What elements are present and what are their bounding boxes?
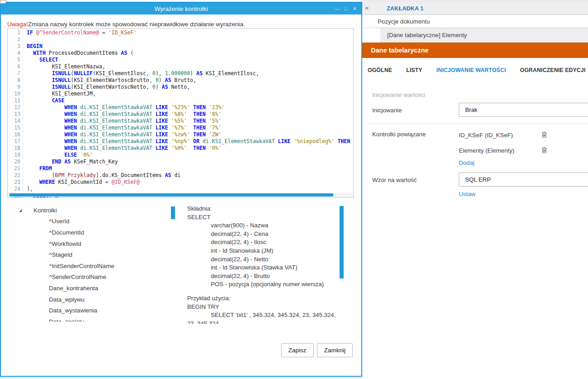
trash-icon[interactable] <box>541 131 547 138</box>
syntax-help: Składnia:SELECTvarchar(900) - Nazwadecim… <box>187 205 340 324</box>
syntax-line: Przykład użycia: <box>187 294 340 303</box>
linked-control-row: Elementy (Elementy) <box>459 146 554 154</box>
code-text <box>23 36 27 43</box>
background-window-corner <box>0 0 6 4</box>
example-block: Przykład użycia: BEGIN TRYSELECT 'txt1' … <box>187 294 340 324</box>
group-label-inicjowanie-wartosci: Inicjowanie wartości <box>372 91 425 98</box>
code-line: 3BEGIN <box>8 43 353 50</box>
syntax-line: decimal(22, 4) - Cena <box>187 230 340 239</box>
dialog-title: Wyrażenie kontrolki <box>155 5 208 12</box>
close-icon[interactable]: ✕ <box>353 6 357 11</box>
code-text: WHEN di.KSI_ElementStawkaVAT LIKE '%5%' … <box>23 118 221 125</box>
tab-header-row: « ZAKŁADKA 1 <box>362 2 588 15</box>
code-text: WHEN di.KSI_ElementStawkaVAT LIKE '%23%'… <box>23 104 224 111</box>
code-text: WHEN di.KSI_ElementStawkaVAT LIKE '%7%' … <box>23 125 221 131</box>
tree-item[interactable]: Data_wystawienia <box>7 305 170 316</box>
line-number: 2 <box>8 36 23 43</box>
line-number: 17 <box>8 138 23 145</box>
linked-control-label: ID_KSeF (ID_KSeF) <box>459 132 554 139</box>
line-number: 18 <box>8 145 23 152</box>
line-number: 11 <box>8 97 23 104</box>
tree-item[interactable]: ^DocumentId <box>7 227 170 238</box>
controls-tree: ◢Kontrolki^UserId^DocumentId^WorkflowId^… <box>7 205 170 321</box>
save-button[interactable]: Zapisz <box>281 343 314 357</box>
tree-root[interactable]: ◢Kontrolki <box>7 205 170 216</box>
section-header-dane-tabelaryczne: Dane tabelaryczne <box>362 43 588 58</box>
tab-ograniczenie-edycji[interactable]: OGRANICZENIE EDYCJI <box>520 67 586 73</box>
syntax-line: BEGIN TRY <box>187 303 340 312</box>
syntax-line: SELECT <box>187 213 340 222</box>
tree-item[interactable]: ^UserId <box>7 216 170 227</box>
ustaw-link[interactable]: Ustaw <box>459 191 476 197</box>
nav-row-label: Pozycje dokumentu <box>378 18 430 25</box>
syntax-scrollbar-thumb[interactable] <box>340 206 344 278</box>
code-line: 10 KSI_ElementJM, <box>8 91 353 97</box>
code-line: 5 SELECT <box>8 57 353 63</box>
inicjowanie-value: Brak <box>465 106 477 113</box>
selected-control-row[interactable]: [Dane tabelaryczne] Elementy <box>362 28 588 43</box>
horizontal-scrollbar-thumb[interactable] <box>10 193 333 197</box>
line-number: 15 <box>8 125 23 131</box>
tree-item[interactable]: ^SenderControlName <box>7 272 170 283</box>
horizontal-scrollbar[interactable] <box>8 193 353 197</box>
wzor-na-wartosc-input[interactable]: SQL ERP <box>459 173 588 187</box>
field-label-wzor-na-wartosc: Wzór na wartość <box>372 177 417 183</box>
collapse-panel-icon[interactable]: « <box>365 4 369 11</box>
line-number: 3 <box>8 43 23 50</box>
tree-item[interactable]: ^WorkflowId <box>7 238 170 249</box>
syntax-line: 23, 345.324 <box>187 320 340 324</box>
section-header-label: Dane tabelaryczne <box>371 47 428 54</box>
code-line: 15 WHEN di.KSI_ElementStawkaVAT LIKE '%7… <box>8 125 353 131</box>
tab-og-lne[interactable]: OGÓLNE <box>368 67 392 73</box>
tree-item[interactable]: ^StageId <box>7 249 170 260</box>
wzor-na-wartosc-value: SQL ERP <box>465 176 491 183</box>
linked-control-label: Elementy (Elementy) <box>459 147 554 154</box>
selected-control-label: [Dane tabelaryczne] Elementy <box>387 32 467 38</box>
expander-icon[interactable]: ◢ <box>19 208 25 212</box>
code-line: 2 <box>8 36 353 43</box>
line-number: 13 <box>8 111 23 118</box>
taskbar-strip <box>0 377 362 379</box>
code-line: 8 ISNULL(KSI_ElementWartoscBrutto, 0) AS… <box>8 77 353 84</box>
code-line: 18 WHEN di.KSI_ElementStawkaVAT LIKE '%0… <box>8 145 353 152</box>
line-number: 9 <box>8 84 23 91</box>
warning-message: Uwaga!Zmiana nazwy kontrolek może spowod… <box>7 21 245 28</box>
sql-expression-editor[interactable]: 1IF @^SenderControlName@ = 'ID_KSeF'23BE… <box>7 28 354 198</box>
dodaj-link[interactable]: Dodaj <box>459 159 474 166</box>
code-text: KSI_ElementNazwa, <box>23 63 105 70</box>
maximize-icon[interactable]: □ <box>345 6 348 11</box>
line-number: 14 <box>8 118 23 125</box>
dialog-titlebar[interactable]: Wyrażenie kontrolki — □ ✕ <box>1 3 361 14</box>
syntax-line: decimal(22, 4) - Netto <box>187 255 340 264</box>
line-number: 10 <box>8 91 23 97</box>
syntax-line: SELECT 'txt1' , 345.324, 345.324, 23, 34… <box>187 311 340 320</box>
inicjowanie-input[interactable]: Brak <box>459 103 588 117</box>
tree-item[interactable]: Data_wplywu <box>7 294 170 305</box>
tree-item[interactable]: Dane_kontrahenta <box>7 283 170 294</box>
code-line: 24), <box>8 186 353 192</box>
code-line: 20 END AS KSeF_Match_Key <box>8 158 353 165</box>
close-button[interactable]: Zamknij <box>317 343 353 357</box>
code-text: WHEN di.KSI_ElementStawkaVAT LIKE '%zw%'… <box>23 131 221 138</box>
code-text: ELSE '0%' <box>23 152 92 158</box>
warning-prefix: Uwaga! <box>7 21 28 28</box>
tab-zakladka-1[interactable]: ZAKŁADKA 1 <box>387 5 423 12</box>
tab-inicjowanie-warto-ci[interactable]: INICJOWANIE WARTOŚCI <box>437 67 506 73</box>
code-line: 19 ELSE '0%' <box>8 152 353 158</box>
section-divider <box>367 124 588 124</box>
tree-item[interactable]: Data_zaplaty <box>7 316 170 321</box>
line-number: 20 <box>8 158 23 165</box>
minimize-icon[interactable]: — <box>335 6 340 11</box>
code-text: BEGIN <box>23 43 43 50</box>
line-number: 7 <box>8 70 23 77</box>
nav-row-pozycje-dokumentu[interactable]: Pozycje dokumentu <box>362 15 588 28</box>
code-text: WHEN di.KSI_ElementStawkaVAT LIKE '%np%'… <box>23 138 354 145</box>
trash-icon[interactable] <box>541 147 547 154</box>
code-text: WHERE KSI_DocumentId = @ID_KSeF@ <box>23 179 140 186</box>
tab-listy[interactable]: LISTY <box>406 67 423 73</box>
tree-scrollbar-thumb[interactable] <box>171 206 175 219</box>
tree-item[interactable]: ^InitSenderControlName <box>7 260 170 272</box>
syntax-line: int - Id Stanowiska (JM) <box>187 247 340 255</box>
line-number: 23 <box>8 179 23 186</box>
code-line: 12 WHEN di.KSI_ElementStawkaVAT LIKE '%2… <box>8 104 353 111</box>
